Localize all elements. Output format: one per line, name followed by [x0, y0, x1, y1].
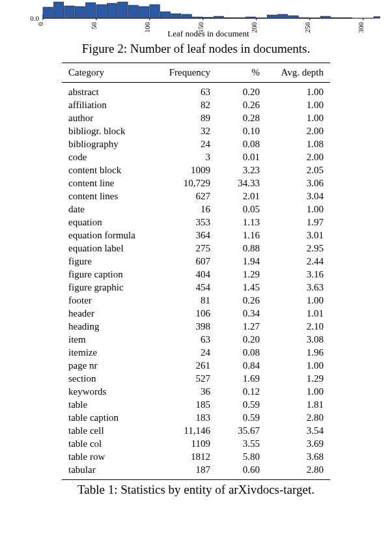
col-category: Category [62, 63, 158, 83]
histogram-bar [320, 16, 330, 18]
table-row: figure6071.942.44 [62, 255, 330, 268]
cell-percent: 0.01 [217, 151, 266, 164]
table-row: figure graphic4541.453.63 [62, 281, 330, 294]
histogram-bar [86, 3, 96, 18]
cell-frequency: 183 [158, 412, 217, 425]
cell-frequency: 63 [158, 333, 217, 347]
cell-category: equation formula [62, 229, 158, 242]
cell-avg-depth: 1.97 [266, 216, 330, 229]
cell-percent: 0.88 [217, 242, 266, 255]
cell-percent: 34.33 [217, 177, 266, 190]
cell-frequency: 1009 [158, 164, 217, 177]
figure-caption: Figure 2: Number of leaf nodes in docume… [12, 42, 380, 56]
table-row: page nr2610.841.00 [62, 360, 330, 373]
cell-percent: 0.08 [217, 347, 266, 360]
cell-frequency: 81 [158, 294, 217, 307]
cell-category: footer [62, 294, 158, 307]
cell-avg-depth: 2.95 [266, 242, 330, 255]
table-row: header1060.341.01 [62, 307, 330, 320]
histogram-bar [107, 3, 117, 18]
cell-avg-depth: 1.00 [266, 203, 330, 216]
cell-category: affiliation [62, 99, 158, 112]
table-caption: Table 1: Statistics by entity of arXivdo… [12, 483, 380, 497]
x-tick-label: 100 [143, 22, 151, 33]
table-row: author890.281.00 [62, 112, 330, 125]
cell-percent: 0.60 [217, 464, 266, 480]
cell-percent: 1.27 [217, 320, 266, 333]
cell-frequency: 454 [158, 281, 217, 294]
cell-frequency: 24 [158, 347, 217, 360]
cell-percent: 1.13 [217, 216, 266, 229]
histogram-bar [214, 16, 223, 18]
table-row: keywords360.121.00 [62, 386, 330, 399]
cell-avg-depth: 3.16 [266, 268, 330, 281]
cell-percent: 0.26 [217, 294, 266, 307]
cell-category: content block [62, 164, 158, 177]
cell-avg-depth: 3.08 [266, 333, 330, 347]
cell-percent: 1.16 [217, 229, 266, 242]
cell-category: table cell [62, 425, 158, 438]
cell-avg-depth: 3.04 [266, 190, 330, 203]
cell-frequency: 398 [158, 320, 217, 333]
cell-category: bibliogr. block [62, 125, 158, 138]
cell-category: figure [62, 255, 158, 268]
cell-frequency: 404 [158, 268, 217, 281]
histogram-bar [299, 18, 309, 18]
cell-frequency: 3 [158, 151, 217, 164]
table-row: equation3531.131.97 [62, 216, 330, 229]
table-row: footer810.261.00 [62, 294, 330, 307]
cell-category: bibliography [62, 138, 158, 151]
table-row: code30.012.00 [62, 151, 330, 164]
histogram-bar [257, 18, 266, 19]
cell-category: keywords [62, 386, 158, 399]
cell-avg-depth: 3.68 [266, 451, 330, 464]
table-row: heading3981.272.10 [62, 320, 330, 333]
cell-avg-depth: 2.80 [266, 464, 330, 480]
histogram-bar [64, 6, 74, 18]
cell-frequency: 89 [158, 112, 217, 125]
cell-percent: 0.34 [217, 307, 266, 320]
cell-percent: 1.94 [217, 255, 266, 268]
cell-avg-depth: 2.44 [266, 255, 330, 268]
cell-percent: 3.23 [217, 164, 266, 177]
cell-category: figure caption [62, 268, 158, 281]
histogram-bar [374, 17, 380, 19]
cell-category: table caption [62, 412, 158, 425]
table-row: content block10093.232.05 [62, 164, 330, 177]
cell-category: figure graphic [62, 281, 158, 294]
cell-avg-depth: 1.00 [266, 99, 330, 112]
cell-avg-depth: 2.00 [266, 125, 330, 138]
histogram-bar [53, 2, 63, 18]
x-tick-label: 50 [90, 22, 98, 30]
cell-category: heading [62, 320, 158, 333]
histogram-bar [267, 15, 277, 18]
cell-avg-depth: 3.63 [266, 281, 330, 294]
cell-category: author [62, 112, 158, 125]
cell-category: content lines [62, 190, 158, 203]
cell-percent: 0.28 [217, 112, 266, 125]
cell-percent: 0.59 [217, 399, 266, 412]
cell-frequency: 527 [158, 373, 217, 386]
cell-category: section [62, 373, 158, 386]
cell-category: table [62, 399, 158, 412]
histogram-bar [288, 16, 298, 18]
cell-frequency: 353 [158, 216, 217, 229]
cell-percent: 5.80 [217, 451, 266, 464]
cell-category: item [62, 333, 158, 347]
cell-percent: 1.69 [217, 373, 266, 386]
x-axis-label: Leaf nodes in document [167, 29, 249, 38]
histogram-bar [128, 5, 138, 18]
histogram-bar [96, 5, 106, 18]
histogram-bar [75, 7, 85, 18]
cell-percent: 0.10 [217, 125, 266, 138]
histogram-bar [118, 2, 128, 18]
cell-frequency: 1109 [158, 438, 217, 451]
cell-avg-depth: 1.08 [266, 138, 330, 151]
cell-percent: 1.29 [217, 268, 266, 281]
cell-avg-depth: 3.54 [266, 425, 330, 438]
cell-category: code [62, 151, 158, 164]
histogram-bar [310, 18, 320, 19]
cell-percent: 3.55 [217, 438, 266, 451]
table-row: bibliography240.081.08 [62, 138, 330, 151]
cell-frequency: 11,146 [158, 425, 217, 438]
